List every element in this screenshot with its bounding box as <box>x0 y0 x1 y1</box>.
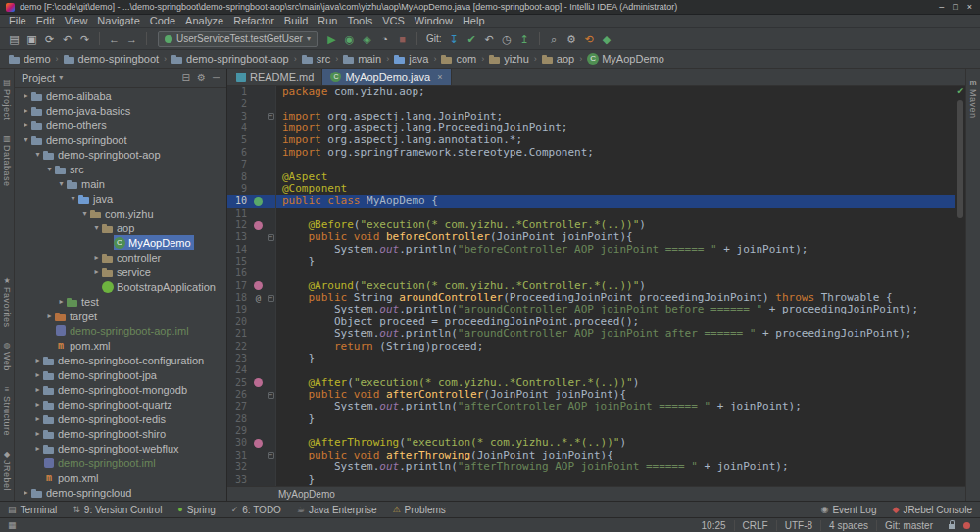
code-line-23[interactable]: 23 } <box>227 353 956 364</box>
breadcrumb-demo[interactable]: demo <box>9 53 51 65</box>
lock-icon[interactable] <box>949 524 956 529</box>
status-10-25[interactable]: 10:25 <box>694 520 734 531</box>
tree-item-pom-xml[interactable]: mpom.xml <box>15 338 226 353</box>
tree-collapse-arrow[interactable]: ▾ <box>44 165 55 173</box>
run-icon[interactable]: ▶ <box>323 29 340 49</box>
status-crlf[interactable]: CRLF <box>734 520 776 531</box>
tree-expand-arrow[interactable]: ▸ <box>32 414 43 423</box>
tree-expand-arrow[interactable]: ▸ <box>21 106 31 115</box>
tree-item-demo-springboot-webflux[interactable]: ▸demo-springboot-webflux <box>15 441 226 456</box>
tree-expand-arrow[interactable]: ▸ <box>91 267 102 276</box>
tree-collapse-arrow[interactable]: ▾ <box>91 223 102 232</box>
tree-item-demo-springboot-iml[interactable]: demo-springboot.iml <box>15 456 226 470</box>
profiler-icon[interactable]: ◔ <box>376 29 393 49</box>
tool-strip-tab-structure[interactable]: ≡Structure <box>2 385 12 436</box>
fold-icon[interactable]: − <box>268 234 274 241</box>
tree-expand-arrow[interactable]: ▸ <box>21 121 31 129</box>
tree-collapse-arrow[interactable]: ▾ <box>21 135 31 144</box>
tree-item-demo-springboot-shiro[interactable]: ▸demo-springboot-shiro <box>15 426 226 441</box>
search-everywhere-icon[interactable]: ⌕ <box>546 29 563 49</box>
tree-expand-arrow[interactable]: ▸ <box>32 356 43 364</box>
scrollbar-thumb[interactable] <box>957 100 963 218</box>
tree-item-src[interactable]: ▾src <box>15 162 226 176</box>
run-config-select[interactable]: UserServiceTest.testGetUser▾ <box>158 31 318 47</box>
tool-strip-tab-favorites[interactable]: ★Favorites <box>2 276 12 328</box>
toolwindow-button-9-version-control[interactable]: ⇅9: Version Control <box>73 505 162 515</box>
tree-item-bootstrapapplication[interactable]: BootstrapApplication <box>15 279 226 294</box>
tree-item-demo-springboot[interactable]: ▾demo-springboot <box>15 132 226 147</box>
menu-tools[interactable]: Tools <box>342 15 377 27</box>
breadcrumb-demo-springboot[interactable]: demo-springboot <box>64 53 160 65</box>
breadcrumb-main[interactable]: main <box>343 53 381 65</box>
tree-item-java[interactable]: ▾java <box>15 191 226 206</box>
tool-strip-tab-maven[interactable]: mMaven <box>968 78 978 119</box>
toolwindow-button-event-log[interactable]: ◉Event Log <box>821 505 877 515</box>
code-line-28[interactable]: 28 } <box>227 413 956 425</box>
minimize-button[interactable]: – <box>939 2 944 12</box>
menu-code[interactable]: Code <box>145 15 180 27</box>
jrebel-status-icon[interactable] <box>963 522 970 529</box>
tree-collapse-arrow[interactable]: ▾ <box>32 150 43 159</box>
breadcrumb-src[interactable]: src <box>302 53 331 65</box>
tab-readme-md[interactable]: README.md <box>228 69 322 85</box>
undo-icon[interactable]: ↶ <box>59 29 75 49</box>
tree-expand-arrow[interactable]: ▸ <box>21 488 31 497</box>
tree-collapse-arrow[interactable]: ▾ <box>79 209 90 218</box>
tree-expand-arrow[interactable]: ▸ <box>32 400 43 409</box>
toolwindow-button-java-enterprise[interactable]: ☕Java Enterprise <box>297 505 377 515</box>
hide-panel-icon[interactable]: ─ <box>213 73 220 83</box>
tree-expand-arrow[interactable]: ▸ <box>21 91 31 100</box>
code-line-14[interactable]: 14 System.out.println("beforeController … <box>227 244 956 256</box>
tree-item-main[interactable]: ▾main <box>15 176 226 191</box>
tree-item-pom-xml[interactable]: mpom.xml <box>15 470 226 485</box>
tree-item-demo-alibaba[interactable]: ▸demo-alibaba <box>15 88 226 103</box>
tool-strip-tab-database[interactable]: ▥Database <box>2 134 12 187</box>
code-area[interactable]: 1package com.yizhu.aop;23−import org.asp… <box>227 86 956 486</box>
toolwindow-button-spring[interactable]: ●Spring <box>177 505 215 515</box>
tree-expand-arrow[interactable]: ▸ <box>32 429 43 438</box>
code-line-22[interactable]: 22 return (String)proceed; <box>227 341 956 353</box>
menu-navigate[interactable]: Navigate <box>92 15 144 27</box>
maximize-button[interactable]: □ <box>953 2 957 12</box>
tree-collapse-arrow[interactable]: ▾ <box>56 179 67 188</box>
open-icon[interactable]: ▤ <box>6 29 23 49</box>
tool-strip-tab-web[interactable]: ◍Web <box>2 341 12 371</box>
code-line-32[interactable]: 32 System.out.println("afterThrowing AOP… <box>227 461 956 473</box>
gear-icon[interactable]: ⚙ <box>197 73 206 83</box>
tree-collapse-arrow[interactable]: ▾ <box>68 194 78 203</box>
tree-item-demo-springboot-aop[interactable]: ▾demo-springboot-aop <box>15 147 226 162</box>
tree-item-aop[interactable]: ▾aop <box>15 220 226 235</box>
menu-run[interactable]: Run <box>313 15 342 27</box>
code-line-1[interactable]: 1package com.yizhu.aop; <box>227 86 956 98</box>
debug-icon[interactable]: ◉ <box>341 29 358 49</box>
git-push-icon[interactable]: ↥ <box>516 29 533 49</box>
breadcrumb-com[interactable]: com <box>441 53 476 65</box>
tab-myaopdemo-java[interactable]: CMyAopDemo.java× <box>322 69 451 85</box>
tree-item-demo-springboot-configuration[interactable]: ▸demo-springboot-configuration <box>15 353 226 367</box>
toolwindow-button-6-todo[interactable]: ✓6: TODO <box>231 505 281 515</box>
breadcrumb-java[interactable]: java <box>394 53 428 65</box>
git-update-icon[interactable]: ↧ <box>446 29 463 49</box>
menu-refactor[interactable]: Refactor <box>228 15 279 27</box>
tree-item-com-yizhu[interactable]: ▾com.yizhu <box>15 206 226 220</box>
tree-expand-arrow[interactable]: ▸ <box>56 297 67 306</box>
tree-expand-arrow[interactable]: ▸ <box>44 312 55 320</box>
collapse-all-icon[interactable]: ⊟ <box>182 73 190 83</box>
tool-strip-tab-project[interactable]: ▤Project <box>2 78 12 121</box>
breadcrumb-myaopdemo[interactable]: CMyAopDemo <box>587 53 664 65</box>
fold-icon[interactable]: − <box>268 295 274 302</box>
toolwindow-button-terminal[interactable]: ▤Terminal <box>8 505 57 515</box>
menu-help[interactable]: Help <box>458 15 490 27</box>
aop-advice-gutter-icon[interactable] <box>254 281 263 290</box>
breadcrumb-yizhu[interactable]: yizhu <box>489 53 529 65</box>
code-line-10[interactable]: 10public class MyAopDemo { <box>227 195 956 207</box>
redo-icon[interactable]: ↷ <box>76 29 93 49</box>
git-rollback-icon[interactable]: ↶ <box>481 29 498 49</box>
tree-item-service[interactable]: ▸service <box>15 265 226 279</box>
editor-scrollbar[interactable] <box>956 86 965 486</box>
save-all-icon[interactable]: ▣ <box>24 29 40 49</box>
toolwindow-button-jrebel-console[interactable]: ◆JRebel Console <box>892 505 972 515</box>
toolwindow-button-problems[interactable]: ⚠Problems <box>392 505 445 515</box>
fold-icon[interactable]: − <box>268 113 274 120</box>
tree-item-demo-java-basics[interactable]: ▸demo-java-basics <box>15 103 226 118</box>
